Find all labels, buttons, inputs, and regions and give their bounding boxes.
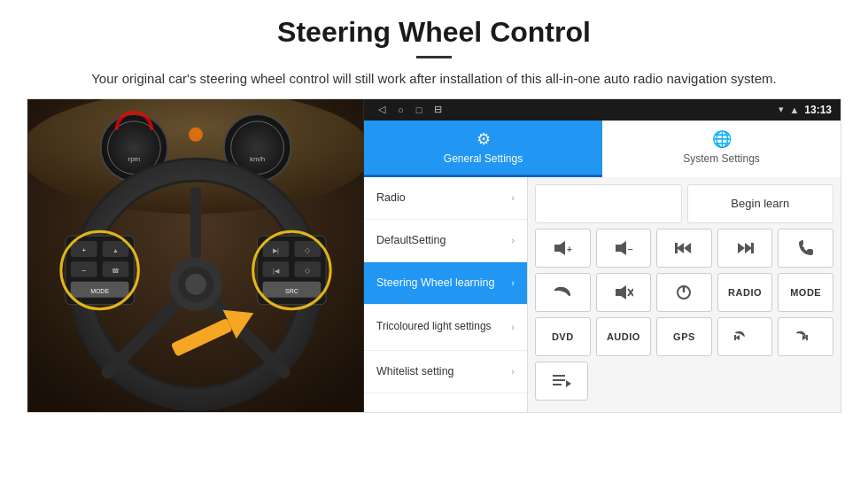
page-title: Steering Wheel Control: [53, 16, 815, 49]
signal-icon: ▾: [779, 104, 784, 115]
tab-system-settings[interactable]: 🌐 System Settings: [602, 121, 841, 177]
svg-text:rpm: rpm: [128, 154, 141, 162]
button-row-2: RADIO MODE: [535, 273, 833, 312]
wifi-icon: ▲: [789, 105, 799, 115]
button-row-3: DVD AUDIO GPS: [535, 317, 833, 356]
svg-point-8: [189, 127, 203, 141]
title-divider: [416, 56, 452, 58]
svg-text:▲: ▲: [112, 247, 119, 253]
tab-general-label: General Settings: [444, 152, 523, 165]
audio-button[interactable]: AUDIO: [596, 317, 652, 356]
status-bar-nav: ◁ ○ □ ⊟: [373, 104, 773, 115]
power-button[interactable]: [656, 273, 712, 312]
button-row-1: + −: [535, 229, 833, 268]
svg-rect-11: [190, 187, 201, 258]
svg-text:−: −: [81, 266, 86, 274]
svg-text:☎: ☎: [112, 267, 120, 273]
svg-marker-51: [738, 243, 745, 253]
playlist-button[interactable]: [535, 362, 588, 401]
svg-text:+: +: [567, 245, 572, 254]
gps-button[interactable]: GPS: [656, 317, 712, 356]
empty-input-field: [535, 184, 682, 223]
hangup-button[interactable]: [535, 273, 591, 312]
page-header: Steering Wheel Control Your original car…: [0, 0, 868, 98]
svg-text:+: +: [81, 246, 86, 254]
svg-rect-49: [675, 243, 678, 253]
svg-text:|◀: |◀: [273, 267, 280, 274]
svg-text:SRC: SRC: [285, 287, 298, 293]
svg-text:▶|: ▶|: [273, 247, 279, 254]
main-content: rpm km/h +: [27, 98, 841, 413]
menu-list: Radio › DefaultSetting › Steering Wheel …: [364, 177, 528, 412]
svg-marker-50: [745, 243, 752, 253]
svg-marker-45: [616, 241, 626, 255]
svg-marker-48: [684, 243, 691, 253]
phone-prev-button[interactable]: [717, 317, 773, 356]
svg-text:km/h: km/h: [250, 154, 265, 162]
chevron-icon: ›: [511, 277, 515, 288]
mute-button[interactable]: [596, 273, 652, 312]
status-bar: ◁ ○ □ ⊟ ▾ ▲ 13:13: [364, 99, 841, 121]
svg-rect-52: [751, 243, 754, 253]
vol-up-button[interactable]: +: [535, 229, 591, 268]
mode-button[interactable]: MODE: [778, 273, 833, 312]
menu-item-whitelist[interactable]: Whitelist setting ›: [364, 351, 527, 393]
svg-rect-63: [553, 379, 565, 381]
svg-rect-61: [806, 335, 808, 340]
svg-marker-47: [677, 243, 684, 253]
svg-rect-64: [553, 384, 562, 385]
general-settings-icon: ⚙: [477, 129, 491, 149]
back-icon[interactable]: ◁: [378, 104, 385, 115]
svg-marker-43: [554, 241, 565, 255]
dvd-button[interactable]: DVD: [535, 317, 591, 356]
content-area: Radio › DefaultSetting › Steering Wheel …: [364, 177, 841, 412]
chevron-icon: ›: [511, 322, 515, 332]
svg-text:−: −: [628, 245, 633, 254]
vol-down-button[interactable]: −: [596, 229, 652, 268]
control-panel: Begin learn + −: [528, 177, 841, 412]
home-icon[interactable]: ○: [398, 105, 404, 115]
menu-icon[interactable]: ⊟: [434, 104, 442, 115]
svg-text:◇: ◇: [305, 246, 311, 254]
button-row-4: [535, 362, 833, 401]
chevron-icon: ›: [511, 235, 515, 245]
tablet-ui: ◁ ○ □ ⊟ ▾ ▲ 13:13 ⚙ General Settings 🌐 S…: [364, 99, 841, 412]
page-subtitle: Your original car's steering wheel contr…: [53, 69, 815, 89]
phone-button[interactable]: [778, 229, 833, 268]
begin-learn-row: Begin learn: [535, 184, 833, 223]
radio-button[interactable]: RADIO: [717, 273, 773, 312]
menu-item-tricoloured[interactable]: Tricoloured light settings ›: [364, 305, 527, 351]
chevron-icon: ›: [511, 192, 515, 203]
status-time: 13:13: [804, 104, 832, 116]
menu-item-steering[interactable]: Steering Wheel learning ›: [364, 262, 527, 305]
system-settings-icon: 🌐: [712, 129, 732, 149]
chevron-icon: ›: [511, 366, 515, 377]
menu-item-default[interactable]: DefaultSetting ›: [364, 220, 527, 262]
recents-icon[interactable]: □: [416, 105, 422, 115]
svg-text:◇: ◇: [305, 266, 311, 274]
svg-marker-53: [616, 285, 626, 300]
tab-system-label: System Settings: [683, 152, 760, 165]
svg-rect-62: [553, 375, 565, 377]
tab-general-settings[interactable]: ⚙ General Settings: [364, 121, 602, 177]
svg-text:MODE: MODE: [90, 287, 109, 293]
prev-track-button[interactable]: [656, 229, 712, 268]
menu-item-radio[interactable]: Radio ›: [364, 177, 527, 220]
next-track-button[interactable]: [717, 229, 773, 268]
svg-rect-59: [734, 335, 736, 340]
svg-point-16: [185, 273, 206, 294]
steering-wheel-section: rpm km/h +: [27, 99, 364, 412]
begin-learn-button[interactable]: Begin learn: [687, 184, 834, 223]
tab-bar: ⚙ General Settings 🌐 System Settings: [364, 121, 841, 177]
phone-next-button[interactable]: [778, 317, 833, 356]
svg-marker-65: [566, 380, 571, 387]
